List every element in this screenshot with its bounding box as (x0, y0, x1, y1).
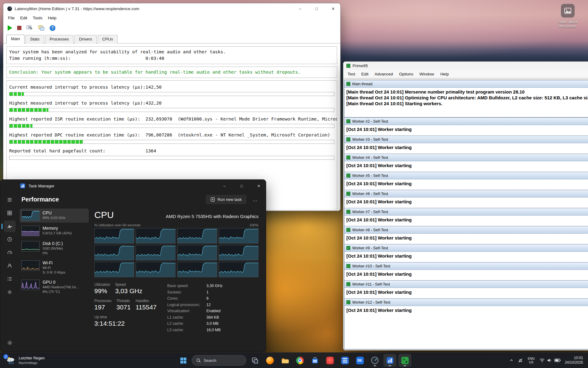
log-line: [Main thread Oct 24 10:01] Optimizing fo… (346, 95, 587, 101)
worker-window[interactable]: Worker #2 - Self-Test [Oct 24 10:01] Wor… (344, 117, 588, 137)
latencymon-taskbar-icon[interactable] (368, 354, 381, 367)
sidebar-item-cpu[interactable]: CPU99% 3,03 GHz (20, 209, 89, 223)
hidden-icons-chevron[interactable] (508, 354, 515, 366)
maximize-button[interactable]: □ (310, 3, 324, 14)
tab[interactable]: Drivers (74, 35, 97, 44)
search-box[interactable]: Search (192, 355, 246, 366)
chrome-icon[interactable] (293, 354, 306, 367)
start-button[interactable] (177, 354, 190, 367)
child-window-titlebar[interactable]: Worker #4 - Self-Test (345, 154, 588, 161)
task-manager-glyph (386, 357, 394, 364)
minimize-button[interactable]: – (217, 180, 232, 192)
main-thread-window[interactable]: Main thread [Main thread Oct 24 10:01] M… (344, 80, 588, 117)
child-window-titlebar[interactable]: Worker #3 - Self-Test (345, 136, 588, 143)
menu-item[interactable]: Tools (30, 15, 45, 21)
nav-startup-apps-icon[interactable] (4, 247, 16, 259)
close-button[interactable]: ✕ (252, 180, 266, 192)
child-window-titlebar[interactable]: Worker #2 - Self-Test (345, 118, 588, 125)
tools-icon[interactable] (26, 25, 33, 31)
hamburger-menu-icon[interactable] (4, 194, 16, 206)
widgets-weather-button[interactable]: 2 Leichter Regen Nachmittags (2, 354, 48, 367)
worker-window[interactable]: Worker #10 - Self-Test [Oct 24 10:01] Wo… (344, 262, 588, 282)
app-be-icon[interactable]: BE (353, 354, 366, 367)
nav-processes-icon[interactable] (4, 207, 16, 219)
task-manager-titlebar[interactable]: Task Manager – □ ✕ (0, 180, 266, 192)
menu-item[interactable]: File (5, 15, 17, 21)
sidebar-item-gpu[interactable]: GPU 0AMD Radeon(TM) Gr...8% (70 °C) (20, 278, 89, 296)
worker-window[interactable]: Worker #11 - Self-Test [Oct 24 10:01] Wo… (344, 280, 588, 300)
start-monitor-button[interactable] (8, 25, 12, 31)
settings-gear-icon[interactable] (4, 337, 16, 349)
child-window-titlebar[interactable]: Worker #6 - Self-Test (345, 190, 588, 197)
worker-window[interactable]: Worker #7 - Self-Test [Oct 24 10:01] Wor… (344, 208, 588, 228)
prime95-taskbar-icon[interactable] (398, 354, 411, 367)
latencymon-titlebar[interactable]: LatencyMon (Home Edition ) v 7.31 - http… (3, 3, 340, 14)
worker-window[interactable]: Worker #6 - Self-Test [Oct 24 10:01] Wor… (344, 190, 588, 209)
app-red-icon[interactable] (323, 354, 336, 367)
maximize-button[interactable]: □ (235, 180, 249, 192)
sidebar-item-memory[interactable]: Memory5,8/13,7 GB (42%) (20, 224, 89, 238)
file-explorer-icon[interactable] (278, 354, 291, 367)
menu-item[interactable]: Edit (17, 15, 30, 21)
tab[interactable]: Main (6, 35, 24, 44)
child-window-titlebar[interactable]: Worker #8 - Self-Test (345, 226, 588, 234)
menu-item[interactable]: Edit (358, 71, 371, 77)
menu-item[interactable]: Help (437, 71, 452, 77)
clock[interactable]: 10:01 24/10/2025 (564, 356, 586, 365)
metric-bar-fill (9, 140, 83, 144)
child-window-titlebar[interactable]: Worker #5 - Self-Test (345, 172, 588, 179)
child-window-title: Worker #12 - Self-Test (352, 300, 390, 305)
do-not-disturb-icon[interactable] (516, 354, 525, 366)
menu-item[interactable]: Window (417, 71, 437, 77)
desktop: Learn about this picture LatencyMon (Hom… (0, 0, 588, 368)
sidebar-item-wifi[interactable]: Wi-FiWi-FiS: 0 R: 0 Kbps (20, 259, 89, 277)
menu-item[interactable]: Advanced (371, 71, 396, 77)
worker-window[interactable]: Worker #9 - Self-Test [Oct 24 10:01] Wor… (344, 244, 588, 264)
child-window-titlebar[interactable]: Main thread (345, 80, 588, 88)
metric-bar-track (9, 92, 334, 96)
stop-monitor-button[interactable] (17, 26, 21, 30)
child-window-titlebar[interactable]: Worker #9 - Self-Test (345, 244, 588, 252)
tab[interactable]: Stats (25, 35, 44, 44)
learn-about-picture-widget[interactable]: Learn about this picture (560, 4, 576, 28)
worker-window[interactable]: Worker #4 - Self-Test [Oct 24 10:01] Wor… (344, 154, 588, 173)
firefox-icon[interactable] (263, 354, 276, 367)
microsoft-store-icon[interactable] (308, 354, 321, 367)
spotlight-picture-icon[interactable] (561, 4, 575, 18)
prime95-window-icon (346, 264, 350, 268)
prime95-titlebar[interactable]: Prime95 (343, 62, 588, 70)
menu-item[interactable]: Help (45, 15, 59, 21)
child-window-titlebar[interactable]: Worker #7 - Self-Test (345, 208, 588, 216)
sidebar-item-disk[interactable]: Disk 0 (C:)SSD (NVMe)0% (20, 239, 89, 257)
close-button[interactable]: ✕ (326, 3, 340, 14)
menu-item[interactable]: Options (396, 71, 417, 77)
nav-details-icon[interactable] (4, 273, 16, 285)
worker-window[interactable]: Worker #3 - Self-Test [Oct 24 10:01] Wor… (344, 136, 588, 155)
minimize-button[interactable]: – (293, 3, 307, 14)
task-view-button[interactable] (248, 354, 261, 367)
run-new-task-button[interactable]: Run new task (206, 195, 246, 204)
help-icon[interactable]: ? (50, 25, 55, 31)
nav-users-icon[interactable] (4, 260, 16, 272)
child-window-titlebar[interactable]: Worker #11 - Self-Test (345, 281, 588, 288)
child-window-titlebar[interactable]: Worker #12 - Self-Test (345, 299, 588, 306)
windows-layers-icon[interactable] (38, 25, 45, 31)
latencymon-toolbar: ? (3, 22, 340, 34)
worker-window[interactable]: Worker #8 - Self-Test [Oct 24 10:01] Wor… (344, 226, 588, 246)
nav-performance-icon[interactable] (4, 220, 16, 232)
language-switcher[interactable]: ENG US (526, 354, 537, 366)
worker-window[interactable]: Worker #5 - Self-Test [Oct 24 10:01] Wor… (344, 172, 588, 191)
tab[interactable]: Processes (45, 35, 74, 44)
task-manager-taskbar-icon[interactable] (383, 354, 396, 367)
nav-app-history-icon[interactable] (4, 234, 16, 245)
worker-window[interactable]: Worker #12 - Self-Test [Oct 24 10:01] Wo… (344, 298, 588, 349)
child-window-titlebar[interactable]: Worker #10 - Self-Test (345, 263, 588, 270)
menu-item[interactable]: Test (345, 71, 358, 77)
more-options-button[interactable]: ... (250, 195, 260, 204)
tab[interactable]: CPUs (98, 35, 118, 44)
per-core-graphs[interactable] (94, 228, 258, 277)
spec-row: Logical processors: 12 (167, 302, 223, 308)
app-blue-lines-icon[interactable] (338, 354, 351, 367)
quick-settings[interactable] (537, 354, 563, 366)
nav-services-icon[interactable] (4, 286, 16, 298)
